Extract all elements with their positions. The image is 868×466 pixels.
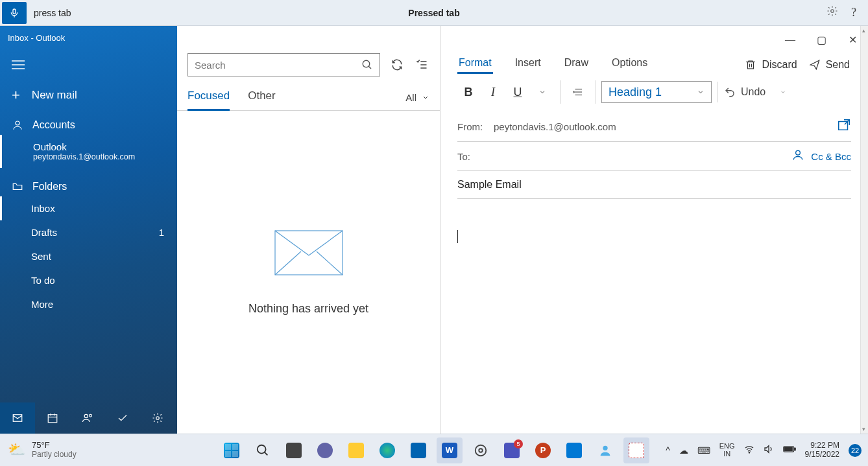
language-selector[interactable]: ENG IN xyxy=(719,443,735,458)
weather-icon: ⛅ xyxy=(8,441,25,458)
onedrive-icon[interactable]: ☁ xyxy=(679,445,688,456)
underline-button[interactable]: U xyxy=(505,82,530,102)
to-label: To: xyxy=(457,151,494,162)
svg-rect-40 xyxy=(794,448,795,450)
svg-line-16 xyxy=(368,66,371,69)
search-input[interactable]: Search xyxy=(187,53,380,76)
mail-app-icon[interactable] xyxy=(0,402,35,434)
hamburger-menu-button[interactable] xyxy=(12,57,27,73)
filter-dropdown[interactable]: All xyxy=(405,92,429,103)
discard-button[interactable]: Discard xyxy=(745,59,797,71)
new-mail-button[interactable]: + New mail xyxy=(0,79,177,111)
ribbon-tab-draw[interactable]: Draw xyxy=(564,57,588,73)
voice-command-bar: Pressed tab ? xyxy=(0,0,868,26)
store-icon[interactable] xyxy=(405,437,431,463)
svg-point-12 xyxy=(84,414,88,417)
svg-line-22 xyxy=(317,251,343,275)
from-value[interactable]: peytondavis.1@outlook.com xyxy=(494,121,837,132)
compose-pane: — ▢ ✕ Format Insert Draw Options Discard… xyxy=(440,26,868,434)
maximize-button[interactable]: ▢ xyxy=(806,30,837,49)
weather-widget[interactable]: ⛅ 75°F Partly cloudy xyxy=(0,441,77,460)
folder-drafts[interactable]: Drafts1 xyxy=(0,220,177,244)
mail-app-taskbar-icon[interactable] xyxy=(561,437,587,463)
font-more-dropdown[interactable] xyxy=(530,82,555,102)
bold-button[interactable]: B xyxy=(456,82,481,102)
empty-envelope-icon xyxy=(274,229,344,276)
message-list-pane: Search Focused Other All Nothing has arr… xyxy=(177,26,440,434)
chevron-down-icon xyxy=(422,93,429,101)
svg-point-36 xyxy=(603,445,607,450)
text-caret xyxy=(457,230,458,243)
volume-icon[interactable] xyxy=(764,444,774,456)
select-mode-button[interactable] xyxy=(414,57,429,73)
clock[interactable]: 9:22 PM 9/15/2022 xyxy=(805,441,839,458)
file-explorer-icon[interactable] xyxy=(343,437,369,463)
account-item-outlook[interactable]: Outlook peytondavis.1@outlook.com xyxy=(0,135,177,168)
folder-sent[interactable]: Sent xyxy=(0,244,177,268)
settings-icon[interactable] xyxy=(140,402,175,434)
italic-button[interactable]: I xyxy=(481,82,505,102)
chevron-down-icon xyxy=(780,89,786,95)
paragraph-button[interactable] xyxy=(566,82,590,102)
vertical-scrollbar[interactable] xyxy=(860,26,868,434)
trash-icon xyxy=(745,59,756,71)
folders-header[interactable]: Folders xyxy=(0,173,177,196)
weather-condition: Partly cloudy xyxy=(32,450,77,460)
ribbon-tab-format[interactable]: Format xyxy=(459,57,492,73)
add-contact-button[interactable] xyxy=(791,148,804,164)
svg-point-13 xyxy=(90,414,92,417)
undo-button[interactable]: Undo xyxy=(717,81,793,103)
people-app-taskbar-icon[interactable] xyxy=(592,437,618,463)
ribbon-tab-insert[interactable]: Insert xyxy=(515,57,541,73)
cc-bcc-button[interactable]: Cc & Bcc xyxy=(811,151,851,162)
style-dropdown[interactable]: Heading 1 xyxy=(601,81,712,103)
notification-count[interactable]: 22 xyxy=(849,444,862,457)
search-taskbar-button[interactable] xyxy=(250,437,276,463)
new-mail-label: New mail xyxy=(32,89,77,102)
folder-more[interactable]: More xyxy=(0,292,177,316)
svg-point-2 xyxy=(831,10,834,13)
snipping-tool-icon[interactable] xyxy=(623,437,649,463)
svg-rect-8 xyxy=(48,415,57,423)
ime-icon[interactable]: ⌨ xyxy=(697,445,710,456)
task-view-button[interactable] xyxy=(281,437,307,463)
voice-input[interactable] xyxy=(34,8,215,18)
todo-app-icon[interactable] xyxy=(105,402,140,434)
open-new-window-button[interactable] xyxy=(837,118,851,135)
svg-point-34 xyxy=(479,449,483,452)
chevron-down-icon xyxy=(697,88,705,96)
calendar-app-icon[interactable] xyxy=(35,402,70,434)
start-button[interactable] xyxy=(219,437,245,463)
edge-browser-icon[interactable] xyxy=(374,437,400,463)
svg-point-35 xyxy=(476,445,487,456)
tray-chevron-icon[interactable]: ^ xyxy=(666,445,670,456)
settings-gear-icon[interactable] xyxy=(826,5,838,20)
account-email: peytondavis.1@outlook.com xyxy=(33,152,165,161)
tab-focused[interactable]: Focused xyxy=(187,84,230,110)
tab-other[interactable]: Other xyxy=(248,84,276,110)
sync-button[interactable] xyxy=(389,57,405,73)
teams-app-icon[interactable]: 5 xyxy=(499,437,525,463)
ribbon-tab-options[interactable]: Options xyxy=(612,57,647,73)
chat-app-icon[interactable] xyxy=(312,437,338,463)
help-icon[interactable]: ? xyxy=(851,6,856,19)
settings-app-icon[interactable] xyxy=(468,437,494,463)
svg-point-37 xyxy=(749,452,749,453)
subject-field[interactable]: Sample Email xyxy=(457,171,851,199)
svg-point-31 xyxy=(796,150,801,155)
message-body[interactable] xyxy=(457,211,851,422)
minimize-button[interactable]: — xyxy=(775,30,806,49)
powerpoint-app-icon[interactable]: P xyxy=(530,437,556,463)
send-button[interactable]: Send xyxy=(809,59,850,71)
folder-inbox[interactable]: Inbox xyxy=(0,196,177,220)
people-app-icon[interactable] xyxy=(70,402,105,434)
battery-icon[interactable] xyxy=(783,445,796,456)
folder-todo[interactable]: To do xyxy=(0,268,177,292)
microphone-button[interactable] xyxy=(2,2,27,24)
svg-point-6 xyxy=(16,121,19,125)
accounts-header[interactable]: Accounts xyxy=(0,111,177,135)
svg-rect-23 xyxy=(748,62,754,69)
svg-line-21 xyxy=(275,251,301,275)
word-app-icon[interactable]: W xyxy=(437,437,463,463)
wifi-icon[interactable] xyxy=(744,444,754,456)
